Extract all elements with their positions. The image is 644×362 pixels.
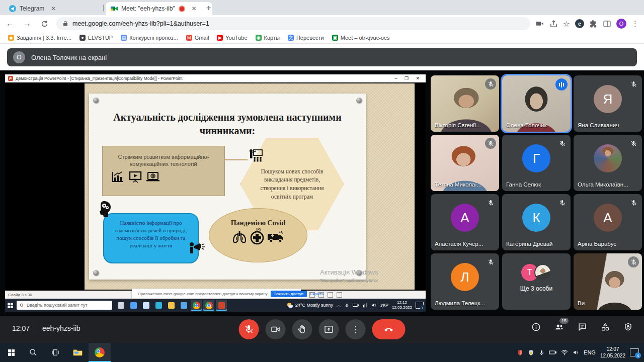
raise-hand-button[interactable] [292, 319, 312, 339]
reload-icon [41, 20, 48, 28]
language-indicator[interactable]: ENG [584, 349, 596, 355]
back-button[interactable]: ← [3, 17, 17, 31]
meeting-code: eeh-yhzs-iib [42, 324, 80, 332]
wifi-icon[interactable] [561, 349, 568, 355]
forward-button[interactable]: → [20, 17, 34, 31]
tray-expand-icon[interactable]: ︿ [337, 302, 341, 309]
participants-button[interactable]: 15 [554, 322, 565, 332]
action-center-icon[interactable]: 1 [416, 302, 424, 309]
clock[interactable]: 12:0712.05.2022 [600, 346, 625, 359]
chrome-icon[interactable] [203, 300, 214, 311]
new-tab-button[interactable]: + [206, 4, 211, 13]
mail-icon [143, 302, 149, 309]
participant-tile[interactable]: Тетяна Миколаї... [431, 135, 499, 191]
meet-stage: P Демонстрація PowerPoint - [Стиранка_Пр… [0, 70, 644, 316]
microphone-tray-icon[interactable] [345, 303, 349, 308]
participant-tile[interactable]: ЯЯна Сливканич [574, 75, 642, 132]
bookmark-item[interactable]: ◆Завдання | 3.3. Інте... [5, 34, 74, 42]
slide-counter: Слайд 3 з 30 [8, 293, 32, 297]
stop-sharing-button[interactable]: Закрыть доступ [271, 291, 307, 297]
participant-tile[interactable]: ААріна Барабус [574, 194, 642, 250]
share-icon[interactable] [549, 20, 558, 28]
task-view-button[interactable] [44, 343, 66, 362]
bookmark-star-icon[interactable]: ☆ [563, 19, 570, 29]
bookmark-item[interactable]: 文Перевести [285, 34, 327, 42]
browser-menu-icon[interactable]: ⋮ [631, 19, 639, 28]
meeting-details-button[interactable] [531, 322, 541, 332]
reload-button[interactable] [37, 17, 51, 31]
participants-grid: Вікторія Євгенії...Олена ТолочикЯЯна Сли… [431, 75, 642, 310]
bookmark-item[interactable]: MGmail [183, 34, 212, 42]
file-explorer-icon[interactable] [166, 300, 177, 311]
participant-tile[interactable]: ЛЛюдмила Телецк... [431, 253, 499, 310]
bookmark-item[interactable]: ▤Конкурсні пропоз... [118, 34, 181, 42]
edge-icon[interactable] [153, 300, 164, 311]
mic-button[interactable] [239, 319, 259, 339]
participant-tile[interactable]: ККатерина Древай [502, 194, 571, 250]
screen-share-notification: Приложению meet.google.com предоставлен … [132, 289, 301, 299]
bookmark-item[interactable]: ◉Карты [253, 34, 283, 42]
slide-bluebox-information: Наявністю інформації про взаємозв'язок р… [103, 213, 199, 263]
side-panel-icon[interactable] [603, 20, 611, 28]
meeting-info: 12:07 eeh-yhzs-iib [12, 324, 80, 332]
tab-meet[interactable]: Meet: "eeh-yhzs-iib" ✕ [106, 2, 212, 15]
participant-tile[interactable]: Вікторія Євгенії... [431, 75, 499, 132]
start-button-icon[interactable] [8, 303, 13, 308]
address-bar[interactable]: meet.google.com/eeh-yhzs-iib?pli=1&authu… [56, 17, 530, 30]
leave-call-button[interactable] [372, 319, 406, 339]
network-icon[interactable] [362, 303, 368, 308]
start-button[interactable] [0, 343, 22, 362]
host-controls-button[interactable] [623, 322, 633, 332]
participant-tile[interactable]: Олена Толочик [502, 75, 571, 132]
notification-text: Приложению meet.google.com предоставлен … [138, 292, 268, 296]
close-tab-icon[interactable]: ✕ [192, 5, 197, 12]
extensions-puzzle-icon[interactable] [589, 20, 598, 28]
battery-icon[interactable] [549, 349, 556, 355]
participant-tile[interactable]: Ви [574, 253, 642, 310]
participant-tile[interactable]: Ольга Миколаївн... [574, 135, 642, 191]
camera-button[interactable] [266, 319, 286, 339]
microphone-tray-icon[interactable] [539, 349, 544, 356]
activities-button[interactable] [600, 322, 610, 332]
chrome-icon[interactable] [191, 300, 202, 311]
hide-notification-button[interactable]: Скрыть [310, 292, 324, 296]
close-tab-icon[interactable]: ✕ [51, 5, 56, 12]
file-explorer-button[interactable] [66, 343, 89, 362]
bookmark-item[interactable]: ●ELVSTUP [76, 34, 116, 42]
task-view-icon[interactable] [115, 300, 126, 311]
action-center-icon[interactable]: 4 [630, 348, 639, 356]
participant-tile[interactable]: ААнастасія Кучер... [431, 194, 499, 250]
chrome-taskbar-button[interactable] [89, 343, 111, 362]
powerpoint-icon[interactable] [216, 300, 227, 311]
bookmark-label: Gmail [195, 35, 209, 41]
windows-search-box[interactable]: Введіть пошуковий запит тут [17, 301, 112, 310]
participant-tile[interactable]: ТЩе 3 особи [502, 253, 571, 310]
volume-icon[interactable] [573, 349, 579, 355]
extension-e-icon[interactable]: e [575, 19, 584, 28]
mic-off-icon [485, 256, 496, 267]
bookmark-label: Карты [264, 35, 280, 41]
participant-tile[interactable]: ГГанна Селюк [502, 135, 571, 191]
tab-capture-icon[interactable] [535, 19, 544, 28]
weather-widget[interactable]: 24°C Mostly sunny [287, 302, 333, 309]
chat-button[interactable] [578, 322, 587, 332]
bookmark-item[interactable]: ▣Meet – otr-qvuc-oes [329, 34, 393, 42]
language-indicator[interactable]: УКР [380, 303, 388, 308]
activate-windows-watermark: Активація Windows "Настройки", щоб актив… [320, 268, 378, 283]
mail-icon[interactable] [140, 300, 151, 311]
more-options-button[interactable]: ⋮ [346, 319, 366, 339]
window-controls[interactable]: – ❐ ✕ [394, 76, 423, 81]
taskbar-search-button[interactable] [22, 343, 44, 362]
bookmark-item[interactable]: ▶YouTube [214, 34, 250, 42]
clock[interactable]: 12:1212.05.2022 [392, 300, 412, 310]
store-icon[interactable] [128, 300, 139, 311]
translate-icon: 文 [288, 35, 294, 41]
photos-icon[interactable] [178, 300, 189, 311]
tab-telegram[interactable]: Telegram ✕ [4, 2, 113, 15]
antivirus-icon[interactable] [517, 349, 523, 356]
security-icon[interactable] [528, 349, 534, 356]
info-icon [531, 322, 541, 332]
volume-icon[interactable] [371, 303, 377, 308]
present-button[interactable] [319, 319, 339, 339]
profile-avatar[interactable]: O [616, 19, 626, 29]
